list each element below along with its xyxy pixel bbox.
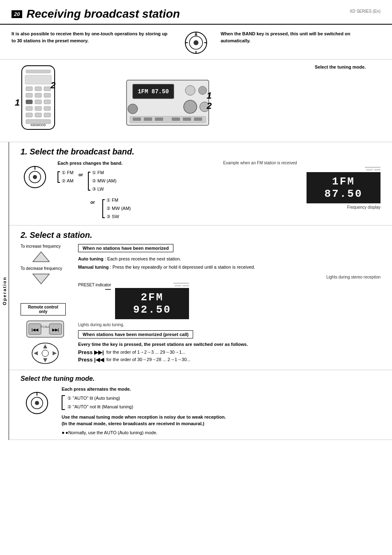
svg-point-31 (185, 85, 195, 95)
auto-tuning-row: Auto tuning : Each press receives the ne… (78, 256, 380, 263)
bullet-icon: ● (62, 430, 65, 435)
page-header: 20 Receiving broadcast station XD SERIES… (0, 0, 392, 25)
svg-marker-57 (43, 344, 47, 348)
svg-rect-26 (26, 120, 51, 124)
band-details: Each press changes the band. ① FM ② AM o… (58, 161, 215, 221)
device-icon (184, 30, 208, 55)
press-back-row: Press |◀◀ for the order of 30→29→28 ... … (78, 357, 380, 363)
device-section: KENWOOD 1 2 Select the tuning mode. 1FM … (0, 60, 392, 142)
svg-text:KENWOOD: KENWOOD (31, 124, 46, 127)
section-2-title: 2. Select a station. (21, 230, 380, 240)
remote-control-section: Remote control only |◀◀ P.CALL (21, 295, 70, 366)
svg-rect-18 (35, 100, 42, 104)
band-fm-3: ① FM (106, 196, 131, 205)
no-memorized-box: When no stations have been memorized (78, 244, 173, 252)
to-increase-label: To increase frequency (21, 244, 70, 249)
stereo-line-1 (365, 167, 380, 168)
mode-2: ② "AUTO" not lit (Manual tuning) (67, 403, 133, 411)
intro-section: It is also possible to receive them by o… (0, 25, 392, 60)
station-details: When no stations have been memorized Aut… (78, 244, 380, 366)
svg-rect-38 (144, 117, 152, 121)
svg-rect-39 (155, 117, 163, 121)
svg-marker-47 (33, 252, 49, 262)
manual-note-line2: (In the manual mode, stereo broadcasts a… (62, 420, 380, 427)
bracket-icon-2 (88, 172, 90, 191)
press-forward-desc: for the order of 1→2→3 ... 29→30→1... (106, 350, 186, 355)
preset-description: Every time the key is pressed, the prese… (78, 342, 380, 347)
svg-marker-60 (53, 351, 57, 355)
band-mw: ② MW (AM) (92, 177, 116, 185)
stereo-line-p3 (182, 285, 189, 286)
freq-sub-label: Frequency display (347, 205, 380, 210)
to-decrease-label: To decrease frequency (21, 266, 70, 271)
intro-center-icon (180, 30, 212, 55)
svg-rect-22 (44, 106, 51, 111)
tuning-mode-label: Select the tuning mode. (315, 64, 372, 71)
svg-rect-21 (35, 106, 42, 111)
operation-sidebar: Operation (0, 142, 9, 440)
down-arrow-svg (29, 272, 53, 286)
auto-tuning-type: Auto tuning (78, 256, 104, 261)
preset-indicator-text: PRESET indicator (78, 283, 111, 287)
page-title: Receiving broadcast station (26, 7, 350, 21)
manual-note: Use the manual tuning mode when receptio… (62, 414, 380, 427)
series-label: XD SERIES (En) (350, 9, 380, 14)
main-content: Operation 1. Select the broadcast band. (0, 142, 392, 440)
operation-label: Operation (2, 276, 7, 305)
section-1: 1. Select the broadcast band. Each press… (9, 142, 392, 226)
band-sw: ③ SW (106, 213, 131, 221)
stereo-lines-pair-p (175, 285, 189, 286)
stereo-lines-preset (115, 283, 189, 286)
svg-marker-48 (33, 274, 49, 284)
press-forward-symbol: Press ▶▶| (78, 349, 104, 355)
auto-tuning-indicator-label: Lights during auto tuning. (78, 322, 380, 327)
intro-left-text: It is also possible to receive them by o… (12, 30, 171, 44)
svg-text:P.CALL: P.CALL (40, 325, 50, 328)
svg-rect-37 (133, 117, 141, 121)
pcall-remote-svg: |◀◀ P.CALL ▶▶| (25, 319, 66, 339)
memorized-preset-box: When stations have been memorized (prese… (78, 330, 193, 339)
svg-marker-59 (34, 351, 38, 355)
svg-rect-41 (183, 117, 191, 121)
svg-rect-15 (35, 93, 42, 97)
manual-tuning-type: Manual tuning (78, 265, 109, 269)
down-arrow-area (29, 272, 70, 287)
preset-display-row: PRESET indicator (78, 283, 380, 319)
svg-text:1FM 87.50: 1FM 87.50 (138, 88, 169, 95)
svg-rect-13 (44, 87, 51, 91)
svg-rect-23 (26, 113, 32, 117)
svg-point-34 (184, 100, 197, 113)
tuning-mode-icon (21, 387, 53, 415)
auto-note-text: ●Normally, use the AUTO (Auto tuning) mo… (65, 430, 157, 435)
remote-container: KENWOOD 1 2 (12, 64, 94, 138)
band-icon-area (21, 161, 49, 189)
section-3-title: Select the tuning mode. (21, 375, 380, 382)
band-option2: ① FM ② MW (AM) ③ LW (88, 169, 116, 193)
section-2-content: To increase frequency To decrease freque… (21, 244, 380, 366)
band-fm: ① FM (62, 169, 74, 177)
or-label-2: or (58, 196, 95, 205)
mode-1: ① "AUTO" lit (Auto tuning) (67, 394, 133, 403)
band-list-1: ① FM ② AM (62, 169, 74, 185)
band-option1: ① FM ② AM (58, 169, 74, 185)
svg-rect-12 (35, 87, 42, 91)
remote-control-only-label: Remote control only (21, 303, 66, 315)
press-back-symbol: Press |◀◀ (78, 357, 104, 363)
lights-stereo-label: Lights during stereo reception (78, 275, 380, 279)
mini-remote-svg (29, 341, 62, 366)
manual-tuning-desc: : Press the key repeatedly or hold it de… (110, 265, 255, 269)
band-lw: ③ LW (92, 185, 116, 193)
svg-rect-42 (194, 117, 202, 121)
step2-device: 2 (207, 101, 212, 111)
svg-rect-19 (44, 100, 51, 104)
device-container: Select the tuning mode. 1FM 87.50 1 (110, 64, 380, 138)
mode-bracket (62, 395, 65, 410)
example-label: Example when an FM station is received (223, 161, 297, 165)
display-wrapper: 1FM 87.50 (307, 167, 380, 203)
stereo-line-2 (366, 169, 373, 170)
section-2: 2. Select a station. To increase frequen… (9, 226, 392, 370)
stereo-line-p1 (173, 283, 189, 284)
band-list-2: ① FM ② MW (AM) ③ LW (92, 169, 116, 193)
preset-freq-wrapper: 2FM 92.50 (115, 283, 189, 319)
tuning-icon (25, 391, 49, 415)
